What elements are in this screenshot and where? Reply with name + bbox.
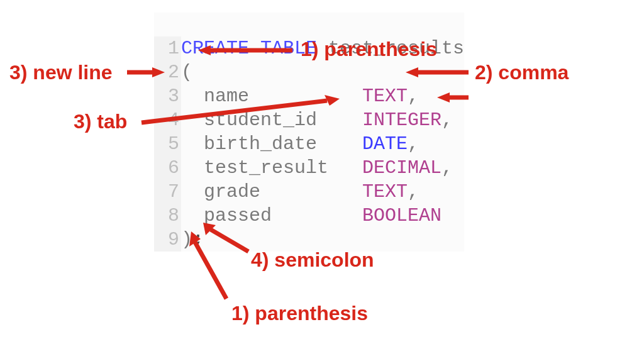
annotation-comma: 2) comma: [475, 61, 569, 84]
annotation-semicolon: 4) semicolon: [251, 248, 374, 272]
arrow-icon: [195, 44, 296, 57]
col-type: TEXT: [362, 181, 408, 203]
col-type: DATE: [362, 133, 408, 155]
comma: ,: [441, 157, 453, 179]
svg-line-8: [142, 101, 327, 123]
comma: ,: [408, 133, 419, 155]
line-number: 6: [154, 156, 181, 180]
annotation-new-line: 3) new line: [9, 61, 113, 84]
line-number: 1: [154, 36, 181, 60]
col-type: INTEGER: [362, 109, 441, 131]
comma: ,: [408, 86, 419, 107]
col-type: DECIMAL: [362, 157, 441, 179]
col-type: TEXT: [362, 86, 408, 107]
annotation-tab: 3) tab: [74, 110, 127, 133]
col-name: test_result: [204, 157, 328, 179]
annotation-paren-top: 1) parenthesis: [301, 38, 437, 61]
arrow-icon: [138, 94, 346, 126]
arrow-icon: [182, 230, 233, 302]
svg-marker-3: [406, 67, 418, 77]
open-paren: (: [181, 62, 192, 83]
diagram-stage: 1CREATE TABLE test_results 2( 3 name TEX…: [0, 0, 644, 344]
line-number: 7: [154, 180, 181, 204]
col-type: BOOLEAN: [362, 205, 441, 226]
arrow-icon: [124, 66, 168, 79]
svg-line-12: [195, 242, 226, 299]
line-number: 8: [154, 204, 181, 228]
svg-marker-5: [437, 92, 450, 103]
line-number: 5: [154, 132, 181, 156]
arrow-icon: [434, 91, 472, 104]
col-name: grade: [204, 181, 260, 203]
col-name: birth_date: [204, 133, 317, 155]
arrow-icon: [402, 66, 472, 79]
annotation-paren-bottom: 1) parenthesis: [231, 302, 368, 325]
svg-marker-1: [198, 45, 211, 55]
comma: ,: [408, 181, 419, 203]
svg-marker-7: [152, 67, 165, 77]
comma: ,: [441, 109, 453, 131]
line-number: 9: [154, 228, 181, 252]
